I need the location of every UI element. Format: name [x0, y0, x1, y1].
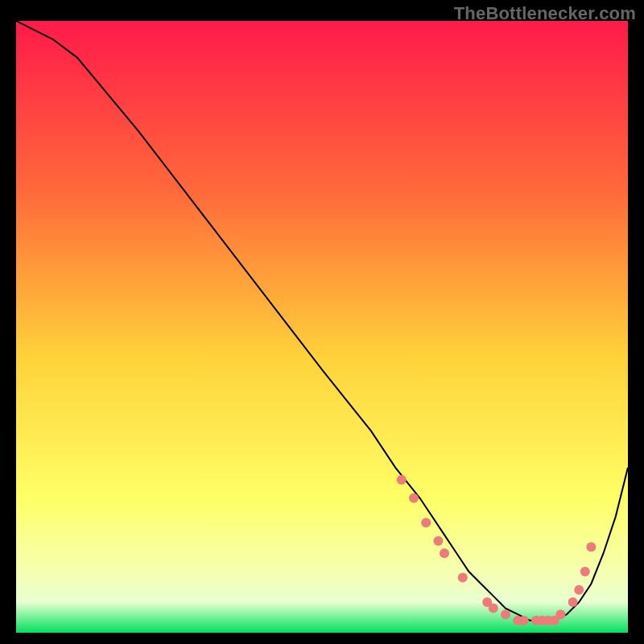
data-marker: [501, 609, 510, 619]
chart-svg: [16, 21, 628, 633]
data-marker: [555, 609, 565, 619]
data-marker: [421, 518, 431, 527]
data-marker: [519, 616, 529, 625]
data-marker: [568, 597, 578, 607]
data-marker: [440, 548, 449, 558]
plot-area: [16, 21, 628, 633]
gradient-background: [16, 21, 628, 633]
data-marker: [574, 585, 584, 595]
data-marker: [409, 493, 419, 503]
data-marker: [397, 475, 407, 485]
data-marker: [489, 604, 498, 613]
data-marker: [586, 543, 596, 552]
data-marker: [458, 573, 468, 583]
data-marker: [580, 567, 590, 576]
data-marker: [433, 536, 443, 546]
chart-frame: TheBottlenecker.com: [0, 0, 644, 644]
